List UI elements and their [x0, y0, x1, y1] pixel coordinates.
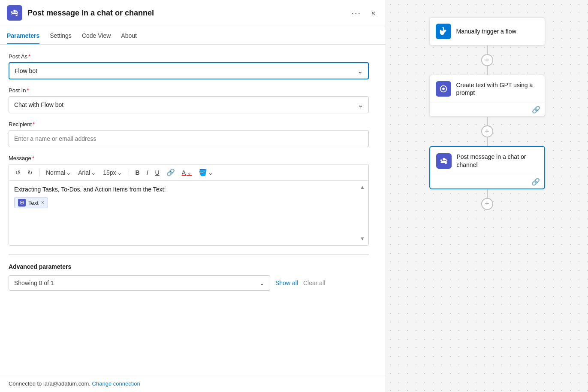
gpt-card-icon — [436, 81, 451, 97]
message-label: Message * — [9, 155, 377, 161]
show-all-button[interactable]: Show all — [275, 280, 298, 286]
post-as-chevron-icon: ⌄ — [357, 67, 363, 75]
tag-gpt-icon — [19, 200, 24, 205]
gpt-svg — [439, 84, 448, 94]
editor-body[interactable]: Extracting Tasks, To-Dos, and Action Ite… — [9, 181, 368, 245]
scrollbar-down-icon[interactable]: ▼ — [360, 236, 365, 242]
font-color-chevron-icon: ⌄ — [187, 169, 192, 176]
connector-line-1 — [487, 46, 488, 54]
italic-button[interactable]: I — [145, 168, 151, 177]
advanced-parameters-section: Advanced parameters Showing 0 of 1 ⌄ Sho… — [9, 263, 377, 291]
connector-line-2 — [487, 117, 488, 125]
collapse-button[interactable]: « — [368, 7, 379, 18]
panel-header-icon — [7, 5, 22, 21]
flow-card-header-gpt: Create text with GPT using a prompt — [430, 75, 545, 103]
font-color-label: A — [182, 169, 186, 176]
section-divider — [9, 254, 369, 255]
post-as-select[interactable]: Flow bot ⌄ — [9, 62, 369, 79]
toolbar-sep-1 — [39, 169, 39, 176]
add-step-button-1[interactable]: + — [481, 54, 493, 66]
message-required: * — [32, 155, 34, 161]
link-button[interactable]: 🔗 — [164, 167, 177, 178]
panel-header: Post message in a chat or channel ··· « — [0, 0, 386, 26]
panel-content: Post As * Flow bot ⌄ Post In * Chat with… — [0, 45, 386, 375]
add-step-button-bottom[interactable]: + — [481, 198, 493, 210]
post-in-label: Post In * — [9, 87, 377, 94]
tag-icon — [18, 199, 26, 207]
post-as-required: * — [28, 53, 30, 60]
tab-codeview[interactable]: Code View — [82, 26, 111, 44]
tab-bar: Parameters Settings Code View About — [0, 26, 386, 45]
flow-card-footer-gpt: 🔗 — [430, 103, 545, 116]
advanced-title: Advanced parameters — [9, 263, 377, 270]
header-actions: ··· « — [348, 6, 379, 20]
connector-1: + — [481, 46, 493, 75]
tab-about[interactable]: About — [121, 26, 137, 44]
clear-all-button[interactable]: Clear all — [303, 280, 325, 286]
flow-card-gpt[interactable]: Create text with GPT using a prompt 🔗 — [429, 75, 545, 117]
tab-settings[interactable]: Settings — [50, 26, 72, 44]
manually-trigger-title: Manually trigger a flow — [456, 27, 516, 35]
message-field-group: Message * ↺ ↻ Normal ⌄ Arial ⌄ — [9, 155, 377, 246]
font-select[interactable]: Arial ⌄ — [76, 168, 98, 177]
tab-parameters[interactable]: Parameters — [7, 26, 39, 44]
connector-2: + — [481, 117, 493, 146]
underline-button[interactable]: U — [153, 168, 162, 177]
flow-canvas: Manually trigger a flow + Create text wi… — [386, 0, 588, 392]
connector-line-2b — [487, 137, 488, 146]
change-connection-link[interactable]: Change connection — [92, 380, 140, 387]
recipient-required: * — [33, 121, 35, 128]
teams-header-icon — [10, 8, 19, 18]
post-message-card-icon — [436, 153, 452, 169]
redo-button[interactable]: ↻ — [25, 168, 35, 177]
post-message-link-icon: 🔗 — [531, 178, 540, 186]
flow-card-post-message[interactable]: Post message in a chat or channel 🔗 — [429, 146, 545, 189]
connector-bottom: + — [481, 189, 493, 210]
advanced-select[interactable]: Showing 0 of 1 ⌄ — [9, 275, 270, 291]
gpt-card-title: Create text with GPT using a prompt — [456, 81, 539, 97]
post-in-field-group: Post In * Chat with Flow bot ⌄ — [9, 87, 377, 113]
flow-card-header-manually-trigger: Manually trigger a flow — [430, 18, 545, 45]
panel-title: Post message in a chat or channel — [27, 9, 348, 18]
highlight-chevron-icon: ⌄ — [208, 169, 213, 176]
tag-close-button[interactable]: × — [41, 200, 44, 206]
style-label: Normal — [46, 169, 65, 176]
style-select[interactable]: Normal ⌄ — [44, 168, 73, 177]
message-editor: ↺ ↻ Normal ⌄ Arial ⌄ 15px ⌄ — [9, 164, 369, 246]
teams-card-svg — [439, 156, 449, 166]
connector-line-1b — [487, 66, 488, 75]
gpt-link-icon: 🔗 — [532, 106, 540, 114]
editor-toolbar: ↺ ↻ Normal ⌄ Arial ⌄ 15px ⌄ — [9, 164, 368, 181]
add-step-button-2[interactable]: + — [481, 125, 493, 137]
size-select[interactable]: 15px ⌄ — [101, 168, 124, 177]
toolbar-sep-2 — [129, 169, 129, 176]
post-message-card-title: Post message in a chat or channel — [457, 153, 538, 168]
advanced-row: Showing 0 of 1 ⌄ Show all Clear all — [9, 275, 377, 291]
recipient-field-group: Recipient * — [9, 121, 377, 147]
flow-card-header-post-message: Post message in a chat or channel — [430, 147, 544, 174]
recipient-label: Recipient * — [9, 121, 377, 128]
editor-tag: Text × — [14, 197, 48, 208]
undo-button[interactable]: ↺ — [13, 168, 23, 177]
flow-card-manually-trigger[interactable]: Manually trigger a flow — [429, 17, 545, 46]
connector-line-bottom — [487, 189, 488, 198]
manual-trigger-svg — [439, 27, 448, 36]
bold-button[interactable]: B — [133, 168, 142, 177]
advanced-select-chevron-icon: ⌄ — [259, 280, 265, 286]
highlight-button[interactable]: 🪣 ⌄ — [196, 167, 215, 178]
font-color-button[interactable]: A ⌄ — [180, 168, 194, 177]
style-chevron-icon: ⌄ — [66, 169, 71, 176]
advanced-select-label: Showing 0 of 1 — [14, 280, 54, 286]
recipient-input[interactable] — [9, 130, 369, 147]
more-options-button[interactable]: ··· — [348, 6, 365, 20]
font-label: Arial — [78, 169, 90, 176]
manually-trigger-icon — [436, 24, 451, 39]
post-in-required: * — [27, 87, 29, 94]
connected-text: Connected to lara@adatum.com. — [9, 380, 90, 387]
panel-footer: Connected to lara@adatum.com. Change con… — [0, 375, 386, 392]
post-in-select[interactable]: Chat with Flow bot ⌄ — [9, 96, 369, 113]
post-in-value: Chat with Flow bot — [14, 101, 63, 108]
size-label: 15px — [103, 169, 116, 176]
highlight-icon: 🪣 — [199, 168, 207, 176]
scrollbar-up-icon[interactable]: ▲ — [360, 184, 365, 190]
